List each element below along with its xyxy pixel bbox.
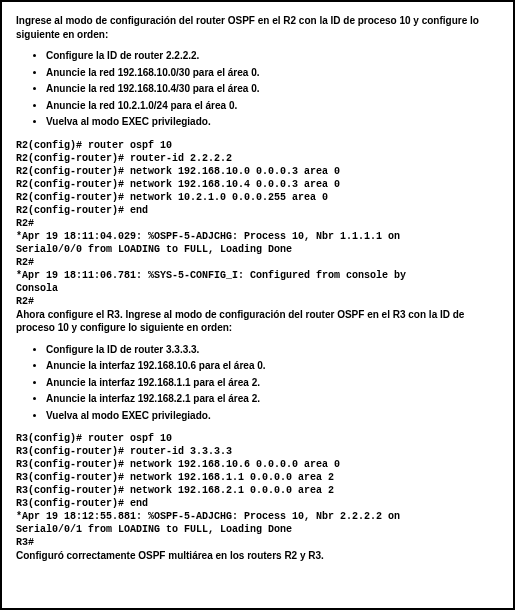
bullet-item: Configure la ID de router 2.2.2.2. (46, 49, 499, 63)
intro-r2: Ingrese al modo de configuración del rou… (16, 14, 499, 41)
bullet-item: Vuelva al modo EXEC privilegiado. (46, 409, 499, 423)
bullet-item: Anuncie la interfaz 192.168.10.6 para el… (46, 359, 499, 373)
bullet-item: Anuncie la red 192.168.10.4/30 para el á… (46, 82, 499, 96)
intro-r3: Ahora configure el R3. Ingrese al modo d… (16, 308, 499, 335)
bullet-item: Anuncie la red 192.168.10.0/30 para el á… (46, 66, 499, 80)
bullet-item: Vuelva al modo EXEC privilegiado. (46, 115, 499, 129)
bullet-item: Anuncie la interfaz 192.168.1.1 para el … (46, 376, 499, 390)
bullet-item: Anuncie la interfaz 192.168.2.1 para el … (46, 392, 499, 406)
bullet-item: Configure la ID de router 3.3.3.3. (46, 343, 499, 357)
bullets-r2: Configure la ID de router 2.2.2.2. Anunc… (16, 49, 499, 129)
bullet-item: Anuncie la red 10.2.1.0/24 para el área … (46, 99, 499, 113)
bullets-r3: Configure la ID de router 3.3.3.3. Anunc… (16, 343, 499, 423)
document-page: Ingrese al modo de configuración del rou… (0, 0, 515, 610)
closing-text: Configuró correctamente OSPF multiárea e… (16, 549, 499, 563)
terminal-r2: R2(config)# router ospf 10 R2(config-rou… (16, 139, 499, 308)
terminal-r3: R3(config)# router ospf 10 R3(config-rou… (16, 432, 499, 549)
